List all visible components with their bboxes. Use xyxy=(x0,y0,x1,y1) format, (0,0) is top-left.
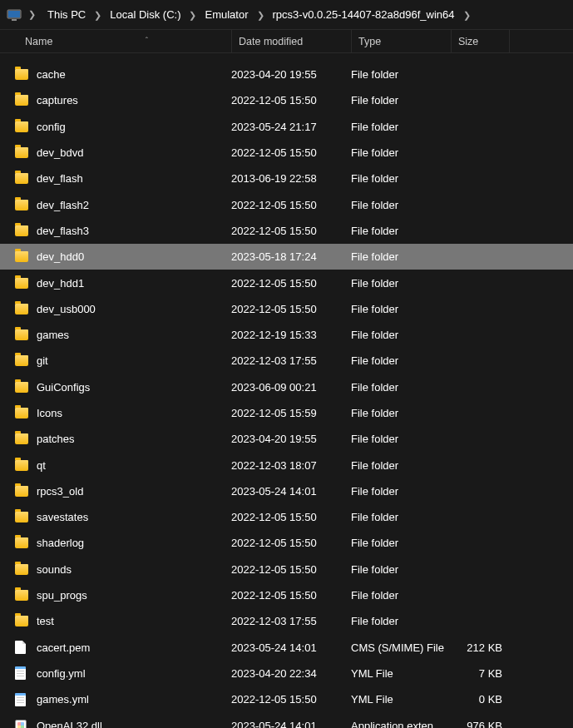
file-row[interactable]: spu_progs2022-12-05 15:50File folder xyxy=(0,582,573,608)
notepad-icon xyxy=(15,693,33,706)
folder-icon xyxy=(15,121,33,132)
file-type: File folder xyxy=(351,459,451,472)
file-row[interactable]: dev_hdd02023-05-18 17:24File folder xyxy=(0,244,573,270)
chevron-right-icon[interactable]: ❯ xyxy=(25,9,39,20)
file-row[interactable]: Icons2022-12-05 15:59File folder xyxy=(0,400,573,426)
file-name: dev_usb000 xyxy=(33,303,231,315)
file-type: File folder xyxy=(351,68,451,81)
file-row[interactable]: cache2023-04-20 19:55File folder xyxy=(0,62,573,87)
file-type: File folder xyxy=(351,354,451,367)
file-row[interactable]: sounds2022-12-05 15:50File folder xyxy=(0,557,573,582)
file-size: 212 KB xyxy=(451,641,506,654)
file-row[interactable]: config.yml2023-04-20 22:34YML File7 KB xyxy=(0,661,573,686)
file-name: GuiConfigs xyxy=(33,381,231,394)
file-row[interactable]: git2022-12-03 17:55File folder xyxy=(0,348,573,374)
header-type-label: Type xyxy=(358,36,381,47)
file-type: File folder xyxy=(351,407,451,419)
file-row[interactable]: shaderlog2022-12-05 15:50File folder xyxy=(0,530,573,556)
file-row[interactable]: dev_usb0002022-12-05 15:50File folder xyxy=(0,296,573,322)
folder-icon xyxy=(15,147,33,158)
file-name: savestates xyxy=(33,511,231,523)
breadcrumb[interactable]: ❯ This PC❯Local Disk (C:)❯Emulator❯rpcs3… xyxy=(0,0,573,30)
header-name[interactable]: Name ˆ xyxy=(0,30,231,52)
folder-icon xyxy=(15,512,33,522)
file-row[interactable]: patches2023-04-20 19:55File folder xyxy=(0,426,573,452)
file-date: 2023-04-20 22:34 xyxy=(231,667,351,680)
folder-icon xyxy=(15,69,33,80)
file-name: cacert.pem xyxy=(33,641,231,654)
file-type: File folder xyxy=(351,303,451,315)
file-row[interactable]: dev_flash22022-12-05 15:50File folder xyxy=(0,191,573,217)
file-type: File folder xyxy=(351,277,451,290)
file-date: 2023-04-20 19:55 xyxy=(231,433,351,445)
file-date: 2022-12-05 15:50 xyxy=(231,511,351,523)
file-date: 2022-12-05 15:50 xyxy=(231,146,351,159)
file-name: spu_progs xyxy=(33,589,231,602)
folder-icon xyxy=(15,329,33,340)
header-size[interactable]: Size xyxy=(451,30,509,52)
file-date: 2022-12-05 15:50 xyxy=(231,537,351,549)
file-date: 2023-05-18 17:24 xyxy=(231,250,351,263)
file-date: 2023-06-09 00:21 xyxy=(231,381,351,394)
folder-icon xyxy=(15,225,33,236)
file-type: File folder xyxy=(351,146,451,159)
file-row[interactable]: cacert.pem2023-05-24 14:01CMS (S/MIME) F… xyxy=(0,635,573,661)
file-row[interactable]: rpcs3_old2023-05-24 14:01File folder xyxy=(0,478,573,504)
file-date: 2022-12-03 17:55 xyxy=(231,615,351,627)
chevron-right-icon[interactable]: ❯ xyxy=(91,10,105,20)
file-row[interactable]: GuiConfigs2023-06-09 00:21File folder xyxy=(0,374,573,400)
chevron-right-icon[interactable]: ❯ xyxy=(185,10,200,20)
folder-icon xyxy=(15,564,33,575)
column-headers: Name ˆ Date modified Type Size xyxy=(0,30,573,53)
file-list: cache2023-04-20 19:55File foldercaptures… xyxy=(0,53,573,728)
file-date: 2022-12-03 17:55 xyxy=(231,354,351,367)
file-row[interactable]: dev_bdvd2022-12-05 15:50File folder xyxy=(0,140,573,166)
file-row[interactable]: config2023-05-24 21:17File folder xyxy=(0,114,573,140)
folder-icon xyxy=(15,278,33,289)
file-row[interactable]: dev_flash2013-06-19 22:58File folder xyxy=(0,166,573,191)
file-type: YML File xyxy=(351,667,451,680)
file-type: File folder xyxy=(351,250,451,263)
file-type: File folder xyxy=(351,433,451,445)
file-type: YML File xyxy=(351,693,451,706)
svg-rect-1 xyxy=(8,11,20,17)
file-row[interactable]: games2022-12-19 15:33File folder xyxy=(0,322,573,348)
folder-icon xyxy=(15,304,33,314)
file-date: 2022-12-05 15:50 xyxy=(231,225,351,237)
folder-icon xyxy=(15,486,33,497)
file-date: 2022-12-05 15:50 xyxy=(231,277,351,290)
header-date[interactable]: Date modified xyxy=(231,30,351,52)
breadcrumb-item[interactable]: Emulator xyxy=(200,6,253,23)
file-date: 2022-12-05 15:50 xyxy=(231,589,351,602)
file-row[interactable]: test2022-12-03 17:55File folder xyxy=(0,608,573,634)
breadcrumb-item[interactable]: Local Disk (C:) xyxy=(105,6,185,23)
breadcrumb-item[interactable]: This PC xyxy=(42,6,91,23)
file-type: Application exten… xyxy=(351,720,451,728)
folder-icon xyxy=(15,355,33,366)
file-type: File folder xyxy=(351,381,451,394)
header-name-label: Name xyxy=(25,36,52,47)
file-date: 2022-12-05 15:50 xyxy=(231,563,351,576)
file-row[interactable]: games.yml2022-12-05 15:50YML File0 KB xyxy=(0,686,573,712)
header-type[interactable]: Type xyxy=(351,30,451,52)
file-type: File folder xyxy=(351,537,451,549)
header-blank xyxy=(509,30,573,52)
file-row[interactable]: qt2022-12-03 18:07File folder xyxy=(0,452,573,478)
file-row[interactable]: dev_flash32022-12-05 15:50File folder xyxy=(0,218,573,244)
file-row[interactable]: savestates2022-12-05 15:50File folder xyxy=(0,504,573,530)
file-name: dev_bdvd xyxy=(33,146,231,159)
file-name: test xyxy=(33,615,231,627)
folder-icon xyxy=(15,251,33,262)
file-name: qt xyxy=(33,459,231,472)
file-row[interactable]: dev_hdd12022-12-05 15:50File folder xyxy=(0,270,573,295)
file-date: 2022-12-03 18:07 xyxy=(231,459,351,472)
breadcrumb-item[interactable]: rpcs3-v0.0.25-14407-82a8d96f_win64 xyxy=(268,6,460,23)
file-row[interactable]: OpenAL32.dll2023-05-24 14:01Application … xyxy=(0,712,573,728)
chevron-right-icon[interactable]: ❯ xyxy=(254,10,268,20)
chevron-right-icon[interactable]: ❯ xyxy=(460,10,474,20)
header-size-label: Size xyxy=(458,36,478,47)
file-name: dev_flash2 xyxy=(33,199,231,211)
file-name: cache xyxy=(33,68,231,81)
file-date: 2022-12-05 15:50 xyxy=(231,94,351,106)
file-row[interactable]: captures2022-12-05 15:50File folder xyxy=(0,87,573,113)
